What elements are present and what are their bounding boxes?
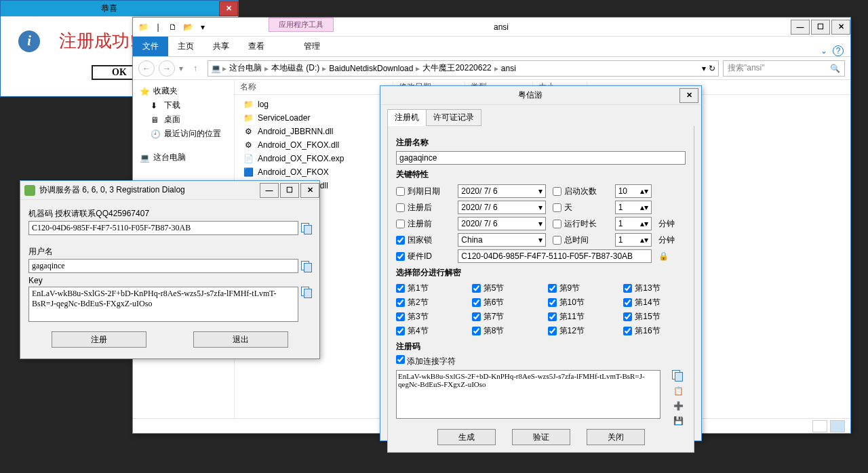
country-select[interactable]: China▾ [458,233,546,247]
nav-thispc[interactable]: 💻这台电脑 [138,150,229,165]
close-button[interactable]: ✕ [300,183,319,198]
regcode-output[interactable]: EnLaV-wkB8u-SxlGS-2F+bD-KnPHq-r8AeS-wzs5… [396,370,660,419]
section-checkbox[interactable]: 第14节 [623,297,686,308]
refresh-icon[interactable]: ↻ [709,64,715,73]
close-button[interactable]: ✕ [219,1,238,16]
newfolder-icon[interactable]: 📂 [182,21,194,33]
section-checkbox[interactable]: 第15节 [623,311,686,323]
totaltime-num[interactable]: 1▴▾ [615,233,652,247]
msgbox-titlebar[interactable]: 恭喜 ✕ [1,1,238,17]
ribbon-view[interactable]: 查看 [239,37,274,56]
calendar-icon[interactable]: ▾ [538,186,542,196]
help-icon[interactable]: ? [833,45,844,56]
breadcrumb-item[interactable]: 这台电脑 [228,62,263,74]
lock-icon[interactable]: 🔒 [658,251,686,261]
search-icon[interactable]: 🔍 [830,64,840,73]
runtime-checkbox[interactable]: 运行时长 [553,218,608,230]
col-name[interactable]: 名称 [235,81,393,93]
machine-code-input[interactable] [28,221,298,235]
breadcrumb[interactable]: 💻▸ 这台电脑▸ 本地磁盘 (D:)▸ BaiduNetdiskDownload… [208,60,719,77]
close-button[interactable]: 关闭 [587,429,645,445]
explorer-titlebar[interactable]: 📁 | 🗋 📂 ▾ 应用程序工具 ansi — ☐ ✕ [133,18,850,37]
ribbon-expand-icon[interactable]: ⌄ [821,46,827,56]
keygen-titlebar[interactable]: 粤信游 ✕ [380,86,701,105]
view-icons-icon[interactable] [830,420,845,432]
addr-dropdown-icon[interactable]: ▾ [702,64,706,73]
section-checkbox[interactable]: 第4节 [396,325,458,337]
minimize-button[interactable]: — [791,20,810,35]
section-checkbox[interactable]: 第6节 [472,297,534,308]
after-checkbox[interactable]: 注册后 [396,202,451,213]
section-checkbox[interactable]: 第12节 [548,325,610,337]
section-checkbox[interactable]: 第16节 [623,325,686,337]
section-checkbox[interactable]: 第11节 [548,311,610,323]
verify-button[interactable]: 验证 [512,429,570,445]
copy-icon[interactable] [672,370,684,382]
close-button[interactable]: ✕ [831,20,850,35]
maximize-button[interactable]: ☐ [811,20,830,35]
section-checkbox[interactable]: 第7节 [472,311,534,323]
copy-icon[interactable] [301,261,311,272]
exit-button[interactable]: 退出 [193,331,288,348]
breadcrumb-item[interactable]: 大牛魔王20220622 [421,62,492,74]
properties-icon[interactable]: 🗋 [167,21,179,33]
view-details-icon[interactable] [812,420,827,432]
regname-input[interactable] [396,151,686,165]
after-date[interactable]: 2020/ 7/ 6▾ [458,201,546,214]
ribbon-share[interactable]: 共享 [203,37,239,56]
nav-history-icon[interactable]: ▾ [179,64,183,73]
add-icon[interactable]: ➕ [672,400,684,412]
section-checkbox[interactable]: 第3节 [396,311,458,323]
save-icon[interactable]: 💾 [672,415,684,427]
section-checkbox[interactable]: 第1节 [396,283,458,294]
close-button[interactable]: ✕ [679,88,698,103]
section-checkbox[interactable]: 第2节 [396,297,458,308]
section-checkbox[interactable]: 第13节 [623,283,686,294]
nav-back-button[interactable]: ← [138,60,155,77]
country-checkbox[interactable]: 国家锁 [396,234,451,246]
breadcrumb-item[interactable]: BaiduNetdiskDownload [328,64,414,73]
ribbon-manage[interactable]: 管理 [294,37,330,56]
hwid-checkbox[interactable]: 硬件ID [396,251,451,262]
startcount-num[interactable]: 10▴▾ [615,184,652,198]
expiry-checkbox[interactable]: 到期日期 [396,186,451,197]
calendar-icon[interactable]: ▾ [538,203,542,212]
before-date[interactable]: 2020/ 7/ 6▾ [458,217,546,230]
search-input[interactable]: 搜索"ansi" 🔍 [723,60,845,77]
nav-desktop[interactable]: 🖥桌面 [138,112,229,127]
qat-dropdown-icon[interactable]: ▾ [197,21,209,33]
copy-icon[interactable] [301,287,311,297]
days-num[interactable]: 1▴▾ [615,201,652,214]
section-checkbox[interactable]: 第10节 [548,297,610,308]
copy-icon[interactable] [301,223,311,234]
nav-forward-button[interactable]: → [159,60,175,77]
calendar-icon[interactable]: ▾ [538,219,542,228]
nav-recent[interactable]: 🕘最近访问的位置 [138,127,229,141]
username-input[interactable] [28,259,298,273]
nav-favorites[interactable]: ⭐收藏夹 [138,84,229,98]
days-checkbox[interactable]: 天 [553,202,608,213]
maximize-button[interactable]: ☐ [280,183,299,198]
nav-up-button[interactable]: ↑ [187,60,203,77]
hwid-input[interactable] [458,249,651,263]
paste-icon[interactable]: 📋 [672,385,684,397]
chevron-down-icon[interactable]: ▾ [538,235,542,245]
breadcrumb-item[interactable]: ansi [500,64,517,73]
before-checkbox[interactable]: 注册前 [396,218,451,230]
expiry-date[interactable]: 2020/ 7/ 6▾ [458,184,546,198]
nav-downloads[interactable]: ⬇下载 [138,98,229,112]
app-tools-tab[interactable]: 应用程序工具 [269,18,334,32]
totaltime-checkbox[interactable]: 总时间 [553,234,608,246]
key-input[interactable]: EnLaV-wkB8u-SxlGS-2F+bD-KnPHq-r8AeS-wzs5… [28,287,298,322]
register-button[interactable]: 注册 [52,331,146,348]
concat-checkbox[interactable]: 添加连接字符 [396,356,456,366]
section-checkbox[interactable]: 第8节 [472,325,534,337]
section-checkbox[interactable]: 第5节 [472,283,534,294]
tab-license[interactable]: 许可证记录 [426,109,481,126]
ribbon-file[interactable]: 文件 [133,37,168,56]
breadcrumb-item[interactable]: 本地磁盘 (D:) [270,62,321,74]
runtime-num[interactable]: 1▴▾ [615,217,652,230]
ribbon-home[interactable]: 主页 [168,37,203,56]
startcount-checkbox[interactable]: 启动次数 [553,186,608,197]
generate-button[interactable]: 生成 [437,429,496,445]
